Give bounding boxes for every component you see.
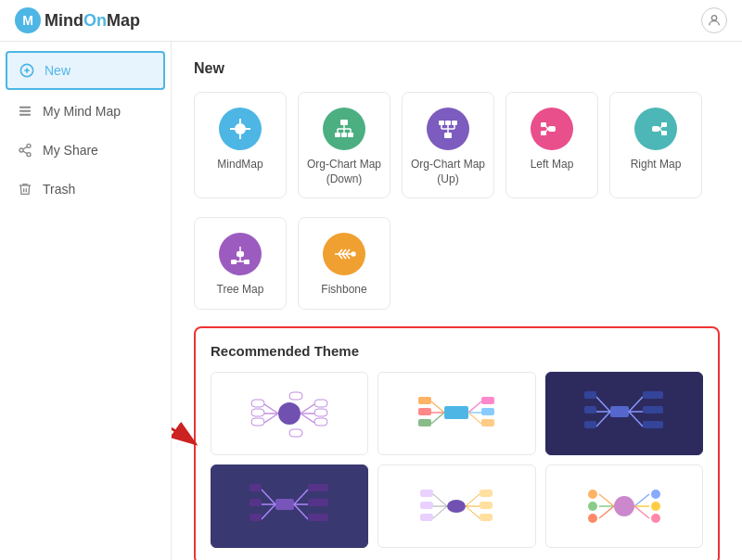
svg-line-115 bbox=[433, 494, 447, 506]
svg-point-138 bbox=[651, 502, 660, 511]
svg-rect-43 bbox=[661, 122, 667, 127]
sidebar-item-my-share[interactable]: My Share bbox=[0, 131, 171, 170]
sidebar-item-my-mind-map[interactable]: My Mind Map bbox=[0, 92, 171, 131]
map-type-grid: MindMap Org-Ch bbox=[194, 92, 720, 198]
svg-line-69 bbox=[301, 414, 314, 423]
right-map-label: Right Map bbox=[631, 158, 682, 172]
svg-line-91 bbox=[596, 412, 610, 426]
svg-rect-79 bbox=[418, 397, 431, 404]
svg-rect-99 bbox=[643, 406, 663, 414]
logo-icon: M bbox=[15, 7, 41, 33]
svg-line-76 bbox=[431, 401, 444, 413]
svg-line-97 bbox=[629, 412, 643, 426]
svg-rect-73 bbox=[289, 392, 302, 400]
svg-rect-26 bbox=[444, 133, 452, 138]
svg-point-0 bbox=[711, 16, 716, 20]
svg-line-11 bbox=[23, 146, 28, 149]
svg-line-10 bbox=[23, 151, 28, 154]
logo: M MindOnMap bbox=[15, 7, 140, 33]
map-item-right-map[interactable]: Right Map bbox=[609, 92, 702, 198]
svg-rect-124 bbox=[480, 490, 493, 497]
svg-rect-49 bbox=[244, 260, 249, 264]
svg-rect-112 bbox=[308, 499, 328, 506]
svg-line-63 bbox=[264, 414, 278, 423]
svg-line-78 bbox=[431, 413, 444, 424]
org-chart-down-icon bbox=[323, 108, 365, 150]
new-section-title: New bbox=[194, 60, 720, 77]
sidebar-item-new[interactable]: New bbox=[6, 51, 165, 90]
svg-line-110 bbox=[294, 504, 308, 519]
svg-point-114 bbox=[447, 500, 466, 513]
svg-line-128 bbox=[599, 494, 614, 506]
svg-rect-80 bbox=[418, 408, 431, 415]
sidebar-my-mind-map-label: My Mind Map bbox=[43, 104, 121, 119]
svg-point-12 bbox=[235, 123, 246, 134]
svg-rect-35 bbox=[548, 126, 556, 132]
svg-rect-81 bbox=[418, 419, 431, 426]
fishbone-label: Fishbone bbox=[321, 283, 366, 298]
svg-rect-106 bbox=[249, 499, 262, 506]
plus-icon bbox=[19, 62, 35, 79]
svg-rect-105 bbox=[249, 484, 262, 491]
svg-rect-38 bbox=[541, 122, 546, 127]
map-item-left-map[interactable]: Left Map bbox=[505, 92, 598, 198]
trash-icon bbox=[17, 181, 33, 197]
map-type-grid-row2: Tree Map Fishbone bbox=[194, 217, 720, 310]
user-avatar[interactable] bbox=[701, 7, 727, 33]
left-map-icon bbox=[531, 108, 573, 150]
org-chart-up-label: Org-Chart Map (Up) bbox=[410, 158, 486, 186]
svg-rect-33 bbox=[445, 121, 451, 125]
svg-rect-107 bbox=[249, 514, 262, 521]
theme-card-5[interactable] bbox=[377, 465, 535, 548]
svg-rect-64 bbox=[251, 400, 264, 407]
svg-rect-66 bbox=[251, 418, 264, 426]
svg-point-139 bbox=[651, 514, 660, 523]
svg-rect-40 bbox=[652, 126, 659, 132]
svg-point-8 bbox=[19, 148, 23, 152]
theme-card-2[interactable] bbox=[377, 372, 535, 455]
left-map-label: Left Map bbox=[531, 158, 574, 172]
theme-card-1[interactable] bbox=[211, 372, 368, 455]
sidebar-item-trash[interactable]: Trash bbox=[0, 170, 171, 209]
map-item-mindmap[interactable]: MindMap bbox=[194, 92, 287, 198]
map-item-org-chart-up[interactable]: Org-Chart Map (Up) bbox=[402, 92, 494, 198]
svg-rect-111 bbox=[308, 484, 328, 491]
svg-rect-17 bbox=[340, 120, 348, 125]
logo-text: MindOnMap bbox=[45, 11, 140, 31]
mindmap-label: MindMap bbox=[217, 158, 262, 172]
svg-line-121 bbox=[466, 494, 480, 506]
main-area: New My Mind Map My Share bbox=[0, 42, 742, 560]
svg-line-123 bbox=[466, 506, 480, 518]
svg-line-117 bbox=[433, 506, 447, 518]
theme-card-6[interactable] bbox=[545, 465, 703, 548]
svg-point-131 bbox=[588, 490, 597, 499]
map-item-tree-map[interactable]: Tree Map bbox=[194, 217, 287, 310]
svg-rect-120 bbox=[420, 514, 433, 521]
svg-point-60 bbox=[278, 402, 301, 425]
svg-rect-74 bbox=[289, 429, 302, 437]
svg-rect-24 bbox=[341, 133, 347, 137]
svg-line-130 bbox=[599, 506, 614, 518]
right-map-icon bbox=[634, 108, 677, 150]
svg-rect-118 bbox=[420, 490, 433, 497]
sidebar-trash-label: Trash bbox=[43, 182, 75, 197]
svg-line-82 bbox=[468, 401, 481, 413]
svg-rect-119 bbox=[420, 502, 433, 509]
map-item-fishbone[interactable]: Fishbone bbox=[298, 217, 390, 310]
theme-card-3[interactable] bbox=[545, 372, 703, 455]
recommended-theme-section: Recommended Theme bbox=[194, 326, 720, 560]
svg-rect-94 bbox=[584, 421, 596, 428]
svg-rect-75 bbox=[444, 406, 468, 419]
svg-rect-25 bbox=[348, 133, 353, 137]
svg-line-104 bbox=[262, 504, 275, 519]
svg-line-108 bbox=[294, 490, 308, 504]
logo-map-text: Map bbox=[107, 11, 140, 30]
red-arrow bbox=[172, 416, 210, 466]
svg-line-84 bbox=[468, 413, 481, 424]
svg-rect-87 bbox=[481, 419, 494, 426]
svg-rect-100 bbox=[643, 421, 663, 428]
recommended-title: Recommended Theme bbox=[211, 343, 703, 359]
map-item-org-chart-down[interactable]: Org-Chart Map(Down) bbox=[298, 92, 390, 198]
theme-card-4[interactable] bbox=[211, 465, 368, 548]
sidebar-new-label: New bbox=[45, 63, 70, 78]
